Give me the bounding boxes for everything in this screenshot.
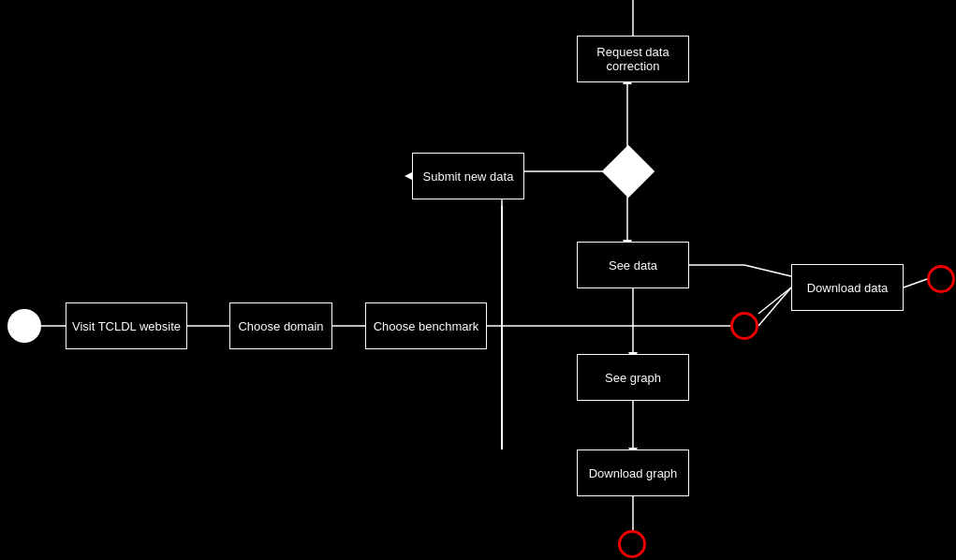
choose-domain-node[interactable]: Choose domain [229,302,332,349]
end-node-1 [730,312,758,340]
see-data-node[interactable]: See data [577,242,689,288]
svg-line-18 [758,287,791,326]
request-data-correction-node[interactable]: Request data correction [577,36,689,82]
svg-line-20 [904,279,927,287]
visit-tcldl-node[interactable]: Visit TCLDL website [66,302,187,349]
svg-line-19 [758,287,791,314]
diagram-container: Visit TCLDL website Choose domain Choose… [0,0,956,560]
start-node [7,309,41,343]
svg-line-25 [744,265,791,276]
submit-new-data-node[interactable]: Submit new data [412,153,524,199]
download-data-node[interactable]: Download data [791,264,904,311]
choose-benchmark-node[interactable]: Choose benchmark [365,302,487,349]
download-graph-node[interactable]: Download graph [577,449,689,496]
see-graph-node[interactable]: See graph [577,354,689,401]
end-node-3 [618,530,646,558]
end-node-2 [927,265,955,293]
